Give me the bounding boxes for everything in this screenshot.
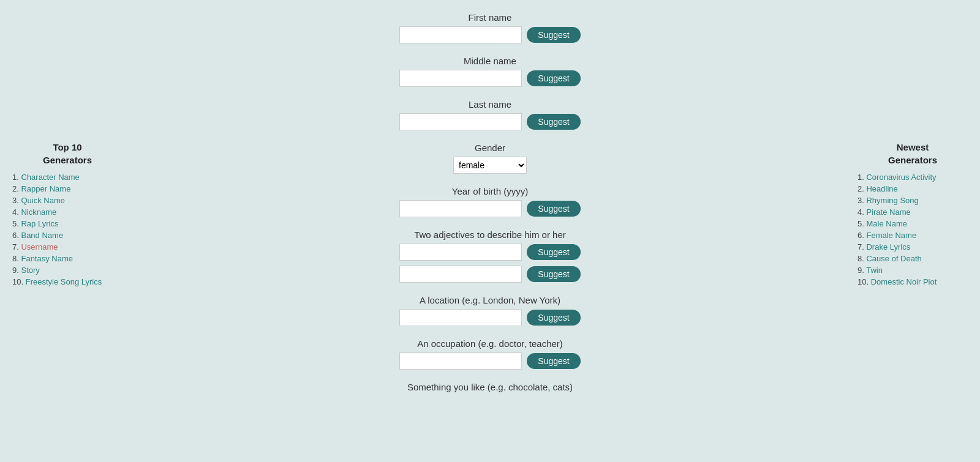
list-item: 4. Nickname <box>12 207 123 217</box>
list-number: 10. <box>858 277 869 286</box>
adjective2-input[interactable] <box>399 266 522 283</box>
female-name-link[interactable]: Female Name <box>866 231 916 240</box>
username-link[interactable]: Username <box>21 242 58 251</box>
character-name-link[interactable]: Character Name <box>21 173 79 182</box>
list-number: 1. <box>858 173 864 182</box>
list-number: 2. <box>858 184 864 193</box>
drake-lyrics-link[interactable]: Drake Lyrics <box>866 242 910 251</box>
newest-generators-title: Newest Generators <box>858 141 968 166</box>
adjective1-suggest-button[interactable]: Suggest <box>527 244 580 260</box>
last-name-suggest-button[interactable]: Suggest <box>527 114 580 130</box>
list-item: 1. Coronavirus Activity <box>858 173 968 182</box>
right-sidebar: Newest Generators 1. Coronavirus Activit… <box>845 0 980 462</box>
occupation-suggest-button[interactable]: Suggest <box>527 353 580 369</box>
fantasy-name-link[interactable]: Fantasy Name <box>21 254 73 263</box>
list-number: 4. <box>12 207 19 217</box>
coronavirus-activity-link[interactable]: Coronavirus Activity <box>866 173 936 182</box>
list-item: 4. Pirate Name <box>858 207 968 217</box>
story-link[interactable]: Story <box>21 266 39 275</box>
list-number: 10. <box>12 277 23 286</box>
list-number: 1. <box>12 173 19 182</box>
first-name-label: First name <box>469 12 512 23</box>
list-item: 2. Headline <box>858 184 968 193</box>
middle-name-input[interactable] <box>399 70 522 87</box>
list-number: 7. <box>858 242 864 251</box>
occupation-input[interactable] <box>399 352 522 370</box>
quick-name-link[interactable]: Quick Name <box>21 196 65 205</box>
list-number: 2. <box>12 184 19 193</box>
top-generators-title: Top 10 Generators <box>12 141 123 166</box>
list-item: 3. Quick Name <box>12 196 123 205</box>
middle-name-suggest-button[interactable]: Suggest <box>527 70 580 86</box>
list-number: 3. <box>12 196 19 205</box>
last-name-input[interactable] <box>399 113 522 130</box>
adjective1-input[interactable] <box>399 244 522 261</box>
year-of-birth-input[interactable] <box>399 200 522 217</box>
something-group: Something you like (e.g. chocolate, cats… <box>368 382 612 396</box>
rap-lyrics-link[interactable]: Rap Lyrics <box>21 219 58 228</box>
gender-group: Gender female male <box>368 143 612 174</box>
year-of-birth-group: Year of birth (yyyy) Suggest <box>368 186 612 217</box>
list-item: 5. Male Name <box>858 219 968 228</box>
adjective2-suggest-button[interactable]: Suggest <box>527 266 580 282</box>
list-number: 9. <box>858 266 864 275</box>
list-item: 7. Drake Lyrics <box>858 242 968 251</box>
gender-label: Gender <box>475 143 505 153</box>
headline-link[interactable]: Headline <box>866 184 897 193</box>
location-suggest-button[interactable]: Suggest <box>527 310 580 326</box>
list-number: 9. <box>12 266 19 275</box>
list-item: 8. Cause of Death <box>858 254 968 263</box>
band-name-link[interactable]: Band Name <box>21 231 63 240</box>
list-number: 8. <box>12 254 19 263</box>
list-item: 6. Female Name <box>858 231 968 240</box>
last-name-label: Last name <box>469 99 511 110</box>
list-item: 1. Character Name <box>12 173 123 182</box>
middle-name-label: Middle name <box>464 56 516 66</box>
location-input[interactable] <box>399 309 522 326</box>
gender-select[interactable]: female male <box>453 157 527 174</box>
pirate-name-link[interactable]: Pirate Name <box>866 207 910 217</box>
first-name-group: First name Suggest <box>368 12 612 43</box>
first-name-suggest-button[interactable]: Suggest <box>527 27 580 43</box>
list-number: 6. <box>12 231 19 240</box>
list-number: 7. <box>12 242 19 251</box>
list-item: 5. Rap Lyrics <box>12 219 123 228</box>
occupation-label: An occupation (e.g. doctor, teacher) <box>417 338 563 349</box>
freestyle-song-lyrics-link[interactable]: Freestyle Song Lyrics <box>26 277 102 286</box>
list-item: 6. Band Name <box>12 231 123 240</box>
domestic-noir-plot-link[interactable]: Domestic Noir Plot <box>871 277 937 286</box>
list-item: 2. Rapper Name <box>12 184 123 193</box>
list-number: 3. <box>858 196 864 205</box>
list-number: 8. <box>858 254 864 263</box>
list-item: 3. Rhyming Song <box>858 196 968 205</box>
location-group: A location (e.g. London, New York) Sugge… <box>368 295 612 326</box>
rhyming-song-link[interactable]: Rhyming Song <box>866 196 918 205</box>
left-sidebar: Top 10 Generators 1. Character Name 2. R… <box>0 0 135 462</box>
newest-generators-list: 1. Coronavirus Activity 2. Headline 3. R… <box>858 173 968 286</box>
nickname-link[interactable]: Nickname <box>21 207 56 217</box>
rapper-name-link[interactable]: Rapper Name <box>21 184 70 193</box>
list-item: 10. Freestyle Song Lyrics <box>12 277 123 286</box>
cause-of-death-link[interactable]: Cause of Death <box>866 254 921 263</box>
first-name-input[interactable] <box>399 26 522 43</box>
last-name-group: Last name Suggest <box>368 99 612 130</box>
list-item: 8. Fantasy Name <box>12 254 123 263</box>
list-item: 7. Username <box>12 242 123 251</box>
top-generators-list: 1. Character Name 2. Rapper Name 3. Quic… <box>12 173 123 286</box>
year-of-birth-suggest-button[interactable]: Suggest <box>527 201 580 217</box>
list-number: 4. <box>858 207 864 217</box>
list-item: 9. Story <box>12 266 123 275</box>
list-number: 5. <box>858 219 864 228</box>
year-of-birth-label: Year of birth (yyyy) <box>452 186 529 196</box>
list-item: 9. Twin <box>858 266 968 275</box>
middle-name-group: Middle name Suggest <box>368 56 612 87</box>
male-name-link[interactable]: Male Name <box>866 219 907 228</box>
list-item: 10. Domestic Noir Plot <box>858 277 968 286</box>
something-label: Something you like (e.g. chocolate, cats… <box>407 382 573 392</box>
location-label: A location (e.g. London, New York) <box>420 295 560 305</box>
twin-link[interactable]: Twin <box>866 266 883 275</box>
list-number: 5. <box>12 219 19 228</box>
main-content: First name Suggest Middle name Suggest L… <box>135 0 845 462</box>
list-number: 6. <box>858 231 864 240</box>
adjectives-label: Two adjectives to describe him or her <box>414 229 566 240</box>
